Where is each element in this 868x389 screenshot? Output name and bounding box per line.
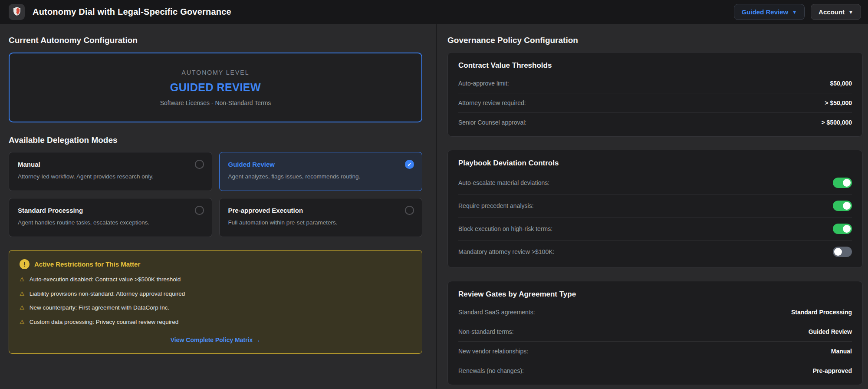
warning-triangle-icon: ⚠ — [20, 290, 25, 297]
playbook-deviation-controls-card: Playbook Deviation Controls Auto-escalat… — [447, 150, 863, 268]
restriction-text: Liability provisions non-standard: Attor… — [30, 290, 185, 297]
mode-dropdown-label: Guided Review — [742, 8, 789, 16]
mode-description: Attorney-led workflow. Agent provides re… — [18, 173, 204, 180]
row-label: Renewals (no changes): — [458, 367, 524, 374]
left-section-title: Current Autonomy Configuration — [9, 36, 422, 45]
toggle-row: Require precedent analysis: — [458, 194, 852, 217]
radio-icon: ✓ — [405, 160, 414, 169]
row-label: Attorney review required: — [458, 99, 526, 106]
toggle-row: Mandatory attorney review >$100K: — [458, 240, 852, 263]
toggle-knob — [843, 225, 851, 233]
row-value: $50,000 — [830, 80, 852, 87]
autonomy-level-value: GUIDED REVIEW — [170, 81, 261, 94]
mode-description: Full automation within pre-set parameter… — [228, 219, 414, 226]
review-gate-row: Non-standard terms: Guided Review — [458, 322, 852, 341]
mode-description: Agent analyzes, flags issues, recommends… — [228, 173, 414, 180]
toggle-row: Auto-escalate material deviations: — [458, 171, 852, 194]
restrictions-title: Active Restrictions for This Matter — [34, 260, 140, 268]
restriction-item: ⚠ Liability provisions non-standard: Att… — [20, 290, 411, 297]
mode-name: Pre-approved Execution — [228, 207, 303, 214]
row-label: Mandatory attorney review >$100K: — [458, 248, 554, 255]
app-logo — [9, 4, 25, 20]
row-label: Non-standard terms: — [458, 328, 514, 335]
toggle-knob — [834, 248, 842, 256]
card-title: Playbook Deviation Controls — [458, 159, 852, 171]
alert-icon: ! — [20, 259, 30, 269]
active-restrictions-box: ! Active Restrictions for This Matter ⚠ … — [9, 250, 422, 354]
row-label: Block execution on high-risk terms: — [458, 225, 552, 232]
chevron-down-icon: ▼ — [792, 10, 797, 15]
warning-triangle-icon: ⚠ — [20, 276, 25, 283]
mode-card-pre-approved-execution[interactable]: Pre-approved Execution ✓ Full automation… — [219, 198, 423, 237]
shield-icon — [13, 7, 21, 18]
restriction-item: ⚠ Auto-execution disabled: Contract valu… — [20, 276, 411, 283]
card-title: Review Gates by Agreement Type — [458, 290, 852, 303]
mode-dropdown-button[interactable]: Guided Review ▼ — [734, 4, 805, 20]
warning-triangle-icon: ⚠ — [20, 304, 25, 311]
warning-triangle-icon: ⚠ — [20, 319, 25, 326]
row-value: > $500,000 — [822, 119, 852, 126]
restriction-item: ⚠ Custom data processing: Privacy counse… — [20, 319, 411, 326]
review-gate-row: Renewals (no changes): Pre-approved — [458, 361, 852, 380]
radio-icon: ✓ — [405, 206, 414, 215]
toggle-auto-escalate[interactable] — [833, 178, 852, 188]
mode-card-guided-review[interactable]: Guided Review ✓ Agent analyzes, flags is… — [219, 152, 423, 191]
restriction-text: New counterparty: First agreement with D… — [30, 304, 170, 311]
mode-description: Agent handles routine tasks, escalates e… — [18, 219, 204, 226]
governance-policy-panel: Governance Policy Configuration Contract… — [436, 24, 868, 389]
mode-name: Guided Review — [228, 161, 275, 168]
review-gate-row: Standard SaaS agreements: Standard Proce… — [458, 303, 852, 322]
autonomy-configuration-panel: Current Autonomy Configuration AUTONOMY … — [0, 24, 436, 389]
autonomy-matter-subtitle: Software Licenses - Non-Standard Terms — [160, 99, 271, 106]
chevron-down-icon: ▼ — [848, 10, 853, 15]
row-value: Guided Review — [809, 328, 852, 335]
row-value: Manual — [831, 348, 852, 355]
autonomy-level-display: AUTONOMY LEVEL GUIDED REVIEW Software Li… — [9, 53, 422, 122]
row-label: Senior Counsel approval: — [458, 119, 526, 126]
mode-card-manual[interactable]: Manual ✓ Attorney-led workflow. Agent pr… — [9, 152, 212, 191]
row-label: Standard SaaS agreements: — [458, 309, 535, 316]
account-dropdown-button[interactable]: Account ▼ — [811, 4, 861, 20]
restriction-text: Custom data processing: Privacy counsel … — [30, 319, 179, 325]
mode-name: Standard Processing — [18, 207, 83, 214]
toggle-knob — [843, 179, 851, 187]
threshold-row: Attorney review required: > $50,000 — [458, 93, 852, 112]
page-title: Autonomy Dial with Legal-Specific Govern… — [33, 7, 231, 17]
row-label: Auto-approve limit: — [458, 80, 509, 87]
row-label: Auto-escalate material deviations: — [458, 179, 549, 186]
review-gate-row: New vendor relationships: Manual — [458, 341, 852, 361]
toggle-block-high-risk[interactable] — [833, 224, 852, 234]
toggle-row: Block execution on high-risk terms: — [458, 217, 852, 240]
mode-card-standard-processing[interactable]: Standard Processing ✓ Agent handles rout… — [9, 198, 212, 237]
restriction-text: Auto-execution disabled: Contract value … — [30, 276, 181, 283]
row-value: Standard Processing — [791, 309, 852, 316]
row-value: > $50,000 — [825, 99, 852, 106]
toggle-precedent-analysis[interactable] — [833, 201, 852, 211]
row-label: Require precedent analysis: — [458, 202, 534, 209]
delegation-modes-title: Available Delegation Modes — [9, 135, 422, 145]
autonomy-level-eyebrow: AUTONOMY LEVEL — [182, 69, 250, 76]
threshold-row: Senior Counsel approval: > $500,000 — [458, 112, 852, 132]
card-title: Contract Value Thresholds — [458, 61, 852, 74]
mode-name: Manual — [18, 161, 40, 168]
contract-value-thresholds-card: Contract Value Thresholds Auto-approve l… — [447, 52, 863, 137]
check-icon: ✓ — [407, 162, 411, 168]
row-value: Pre-approved — [813, 367, 852, 374]
restriction-item: ⚠ New counterparty: First agreement with… — [20, 304, 411, 311]
toggle-mandatory-review[interactable] — [833, 247, 852, 257]
account-dropdown-label: Account — [819, 8, 845, 16]
radio-icon: ✓ — [195, 206, 204, 215]
threshold-row: Auto-approve limit: $50,000 — [458, 74, 852, 93]
view-policy-matrix-link[interactable]: View Complete Policy Matrix → — [171, 336, 260, 343]
row-label: New vendor relationships: — [458, 348, 528, 355]
delegation-modes-grid: Manual ✓ Attorney-led workflow. Agent pr… — [9, 152, 422, 237]
right-section-title: Governance Policy Configuration — [447, 36, 863, 45]
review-gates-card: Review Gates by Agreement Type Standard … — [447, 281, 863, 385]
app-header: Autonomy Dial with Legal-Specific Govern… — [0, 0, 868, 24]
toggle-knob — [843, 202, 851, 210]
radio-icon: ✓ — [195, 160, 204, 169]
restrictions-list: ⚠ Auto-execution disabled: Contract valu… — [20, 276, 411, 325]
